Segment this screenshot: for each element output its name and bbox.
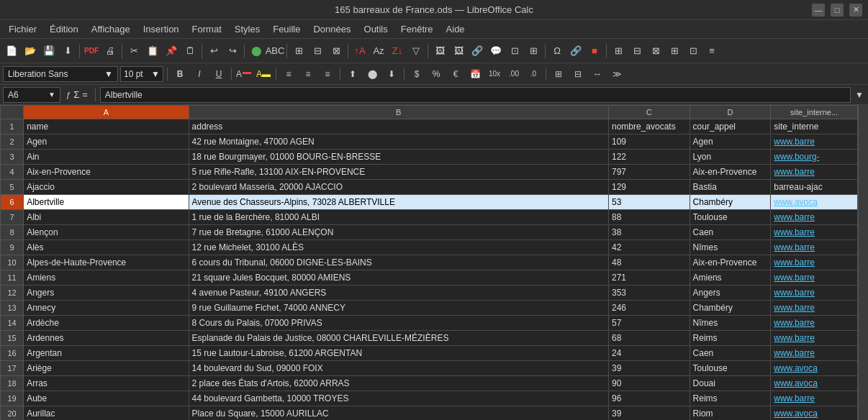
cell-c8[interactable]: 38 (608, 225, 690, 240)
cell-a9[interactable]: Alès (24, 240, 189, 255)
cell-e3[interactable]: www.bourg- (771, 150, 858, 165)
cell-b10[interactable]: 6 cours du Tribunal, 06000 DIGNE-LES-BAI… (189, 255, 608, 270)
menu-aide[interactable]: Aide (440, 22, 471, 36)
cell-a19[interactable]: Aube (24, 391, 189, 406)
cell-d17[interactable]: Toulouse (690, 361, 771, 376)
cell-b8[interactable]: 7 rue de Bretagne, 61000 ALENÇON (189, 225, 608, 240)
close-button[interactable]: ✕ (849, 4, 862, 17)
cell-b17[interactable]: 14 boulevard du Sud, 09000 FOIX (189, 361, 608, 376)
cell-c3[interactable]: 122 (608, 150, 690, 165)
pdf-button[interactable]: PDF (83, 42, 100, 60)
cell-a14[interactable]: Ardèche (24, 316, 189, 331)
cell-a5[interactable]: Ajaccio (24, 180, 189, 195)
cell-e12[interactable]: www.barre (771, 286, 858, 301)
cell-e6[interactable]: www.avoca (771, 195, 858, 210)
menu-affichage[interactable]: Affichage (86, 22, 136, 36)
cell-d13[interactable]: Chambéry (690, 301, 771, 316)
cell-a6[interactable]: Albertville (24, 195, 189, 210)
cell-c10[interactable]: 48 (608, 255, 690, 270)
cell-a17[interactable]: Ariège (24, 361, 189, 376)
cell-c2[interactable]: 109 (608, 134, 690, 150)
formula-input[interactable]: Albertville (100, 87, 851, 103)
save-button[interactable]: 💾 (40, 42, 58, 60)
sort-asc-button[interactable]: ↑A (351, 42, 369, 60)
maximize-button[interactable]: □ (831, 4, 844, 17)
sort-letter-button[interactable]: Az (370, 42, 387, 60)
cell-d8[interactable]: Caen (690, 225, 771, 240)
menu-edition[interactable]: Édition (44, 22, 84, 36)
print-button[interactable]: 🖨 (101, 42, 119, 60)
formula-expand-button[interactable]: ▼ (854, 87, 865, 103)
cell-a11[interactable]: Amiens (24, 270, 189, 286)
cell-e15[interactable]: www.barre (771, 331, 858, 346)
cell-e14[interactable]: www.barre (771, 316, 858, 331)
cut-button[interactable]: ✂ (125, 42, 143, 60)
cell-d18[interactable]: Douai (690, 376, 771, 391)
menu-insertion[interactable]: Insertion (137, 22, 185, 36)
cell-d7[interactable]: Toulouse (690, 210, 771, 225)
menu-feuille[interactable]: Feuille (267, 22, 306, 36)
cell-reference-box[interactable]: A6 ▼ (3, 87, 60, 103)
undo-button[interactable]: ↩ (205, 42, 222, 60)
cell-b6[interactable]: Avenue des Chasseurs-Alpins, 73028 ALBER… (189, 195, 608, 210)
valign-top-button[interactable]: ⬆ (344, 66, 361, 82)
freeze-button[interactable]: ⊞ (525, 42, 542, 60)
cell-e4[interactable]: www.barre (771, 165, 858, 180)
cell-b16[interactable]: 15 rue Lautour-Labroise, 61200 ARGENTAN (189, 346, 608, 361)
image-button[interactable]: 🖼 (431, 42, 448, 60)
cell-d3[interactable]: Lyon (690, 150, 771, 165)
cell-e7[interactable]: www.barre (771, 210, 858, 225)
cell-e13[interactable]: www.barre (771, 301, 858, 316)
cell-e17[interactable]: www.avoca (771, 361, 858, 376)
number-format-button[interactable]: $ (408, 66, 425, 82)
copy-button[interactable]: 📋 (144, 42, 161, 60)
redo-button[interactable]: ↪ (224, 42, 241, 60)
col-header-a[interactable]: A (24, 106, 189, 119)
minimize-button[interactable]: — (812, 4, 825, 17)
cell-d2[interactable]: Agen (690, 134, 771, 150)
cell-e18[interactable]: www.avoca (771, 376, 858, 391)
cell-b18[interactable]: 2 place des États d'Artois, 62000 ARRAS (189, 376, 608, 391)
cell-b3[interactable]: 18 rue Bourgmayer, 01000 BOURG-EN-BRESSE (189, 150, 608, 165)
border-button[interactable]: ⊡ (684, 42, 702, 60)
ext-button[interactable]: ⊠ (647, 42, 664, 60)
cell-b19[interactable]: 44 boulevard Gambetta, 10000 TROYES (189, 391, 608, 406)
menu-fenetre[interactable]: Fenêtre (395, 22, 439, 36)
cell-c7[interactable]: 88 (608, 210, 690, 225)
col-header-d[interactable]: D (690, 106, 771, 119)
chart-button[interactable]: ⬤ (248, 42, 265, 60)
bold-button[interactable]: B (171, 66, 189, 82)
menu-donnees[interactable]: Données (307, 22, 356, 36)
cell-a2[interactable]: Agen (24, 134, 189, 150)
cell-d4[interactable]: Aix-en-Provence (690, 165, 771, 180)
cell-c15[interactable]: 68 (608, 331, 690, 346)
clone-button[interactable]: 🗒 (181, 42, 199, 60)
link-button[interactable]: 🔗 (567, 42, 584, 60)
valign-bot-button[interactable]: ⬇ (383, 66, 400, 82)
cell-d9[interactable]: Nîmes (690, 240, 771, 255)
cell-c4[interactable]: 797 (608, 165, 690, 180)
cell-c11[interactable]: 271 (608, 270, 690, 286)
align-center-button[interactable]: ≡ (299, 66, 317, 82)
menu-outils[interactable]: Outils (358, 22, 394, 36)
cell-d5[interactable]: Bastia (690, 180, 771, 195)
insert-func-button[interactable]: ⊠ (327, 42, 345, 60)
align-right-button[interactable]: ≡ (319, 66, 336, 82)
insert-col-button[interactable]: ⊟ (309, 42, 326, 60)
cell-b11[interactable]: 21 square Jules Bocquet, 80000 AMIENS (189, 270, 608, 286)
cell-c13[interactable]: 246 (608, 301, 690, 316)
cell-e16[interactable]: www.barre (771, 346, 858, 361)
cell-d19[interactable]: Reims (690, 391, 771, 406)
cell-c17[interactable]: 39 (608, 361, 690, 376)
cell-d11[interactable]: Amiens (690, 270, 771, 286)
cell-c6[interactable]: 53 (608, 195, 690, 210)
rtl-button[interactable]: ↔ (589, 66, 606, 82)
cell-b14[interactable]: 8 Cours du Palais, 07000 PRIVAS (189, 316, 608, 331)
font-selector[interactable]: Liberation Sans ▼ (3, 66, 118, 82)
col-header-c[interactable]: C (608, 106, 690, 119)
align-left-button[interactable]: ≡ (280, 66, 297, 82)
cell-e8[interactable]: www.barre (771, 225, 858, 240)
cell-d16[interactable]: Caen (690, 346, 771, 361)
menu-fichier[interactable]: Fichier (3, 22, 42, 36)
percent-button[interactable]: % (428, 66, 445, 82)
